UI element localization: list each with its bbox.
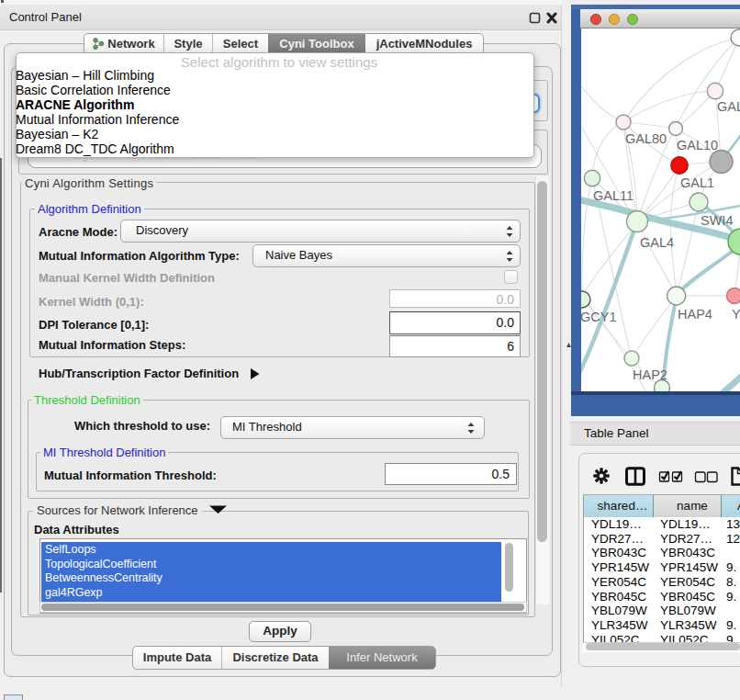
svg-text:YM: YM (732, 307, 740, 322)
svg-text:GCY1: GCY1 (581, 310, 617, 324)
svg-text:HAP2: HAP2 (633, 367, 667, 382)
svg-text:GAL7: GAL7 (717, 99, 740, 114)
svg-text:GAL1: GAL1 (680, 175, 714, 190)
svg-text:HAP4: HAP4 (678, 307, 712, 322)
svg-text:GAL4: GAL4 (640, 235, 674, 250)
svg-text:GAL11: GAL11 (593, 188, 633, 203)
svg-text:GAL10: GAL10 (677, 138, 718, 152)
svg-text:SWI4: SWI4 (701, 213, 733, 228)
svg-text:GAL80: GAL80 (625, 131, 667, 146)
